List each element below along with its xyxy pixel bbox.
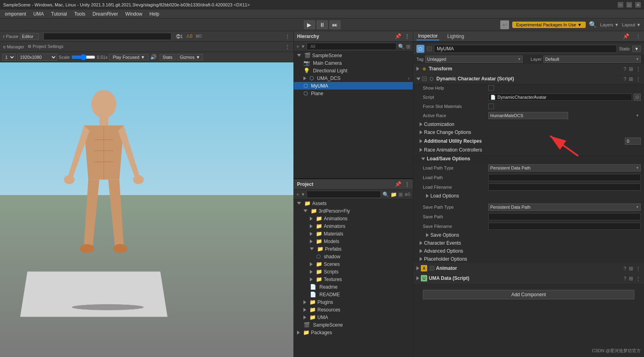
force-slot-checkbox[interactable] — [488, 104, 494, 109]
stats-button[interactable]: Stats — [160, 54, 175, 60]
animator-more-icon[interactable]: ⋮ — [636, 265, 641, 271]
active-race-select-wrap[interactable]: HumanMaleDCS — [488, 112, 641, 119]
uma-data-more-icon[interactable]: ⋮ — [636, 275, 641, 281]
save-path-input[interactable] — [488, 213, 641, 220]
uma-data-config-icon[interactable]: ⊞ — [629, 275, 633, 281]
transform-header[interactable]: ⊕ Transform ? ⊞ ⋮ — [413, 64, 644, 74]
project-folder-icon[interactable]: 📁 — [390, 191, 397, 197]
hierarchy-item-directionallight[interactable]: 💡 Directional Light — [294, 67, 413, 74]
hierarchy-item-umadcs[interactable]: ⬡ UMA_DCS › — [294, 74, 413, 82]
project-item-assets[interactable]: 📁 Assets — [294, 199, 413, 207]
project-item-scripts[interactable]: 📁 Scripts — [294, 268, 413, 275]
race-animation-section[interactable]: Race Animation Controllers — [413, 146, 644, 154]
animator-enabled-checkbox[interactable] — [430, 266, 434, 271]
save-options-section[interactable]: Save Options — [413, 231, 644, 239]
save-path-type-select[interactable]: Persistent Data Path — [488, 203, 641, 211]
project-item-models[interactable]: 📁 Models — [294, 237, 413, 245]
minimize-button[interactable]: ─ — [618, 2, 623, 8]
transform-more-icon[interactable]: ⋮ — [636, 66, 641, 72]
static-dropdown[interactable]: ▼ — [632, 46, 641, 52]
save-filename-input[interactable] — [488, 223, 641, 230]
project-item-shadow[interactable]: ⬡ shadow — [294, 253, 413, 260]
hierarchy-item-maincamera[interactable]: 📷 Main Camera — [294, 59, 413, 67]
project-item-prefabs[interactable]: 📁 Prefabs — [294, 245, 413, 253]
project-search-icon[interactable]: 🔍 — [382, 191, 389, 197]
menu-uma[interactable]: UMA — [30, 10, 47, 18]
load-path-type-select[interactable]: Persistent Data Path — [488, 164, 641, 172]
project-item-samplescene-file[interactable]: 🎬 SampleScene — [294, 321, 413, 329]
resolution-select[interactable]: 1920x1080 — [17, 54, 57, 61]
more-icon[interactable]: ⋮ — [285, 33, 290, 40]
load-path-input[interactable] — [488, 174, 641, 181]
project-item-readme[interactable]: 📄 Readme — [294, 283, 413, 291]
hierarchy-search-bar[interactable] — [44, 33, 171, 40]
project-item-scenes[interactable]: 📁 Scenes — [294, 260, 413, 268]
character-events-section[interactable]: Character Events — [413, 239, 644, 247]
animator-help-icon[interactable]: ? — [624, 265, 626, 271]
hierarchy-add-arrow[interactable]: ▼ — [301, 44, 305, 49]
show-help-checkbox[interactable] — [488, 85, 494, 91]
utility-recipes-count[interactable] — [625, 138, 641, 145]
tag-select-wrap[interactable]: Untagged — [425, 56, 523, 63]
project-cols-icon[interactable]: ⊞ — [398, 191, 403, 197]
scale-slider[interactable] — [71, 54, 95, 60]
pause-button[interactable]: ⏸ — [317, 20, 328, 29]
settings-more-icon[interactable]: ⋮ — [285, 44, 290, 50]
menu-component[interactable]: omponent — [2, 10, 29, 18]
gizmos-button[interactable]: Gizmos ▼ — [177, 54, 203, 60]
project-item-plugins[interactable]: 📁 Plugins — [294, 298, 413, 306]
dca-enabled-checkbox[interactable] — [422, 76, 427, 81]
volume-icon[interactable]: 🔊 — [150, 54, 157, 60]
hierarchy-more-icon[interactable]: ⋮ — [404, 33, 410, 39]
tab-lighting[interactable]: Lighting — [446, 33, 466, 40]
menu-dreamriver[interactable]: DreamRiver — [89, 10, 121, 18]
play-focused-button[interactable]: Play Focused ▼ — [109, 54, 149, 60]
project-search-input[interactable] — [307, 191, 380, 198]
project-pin-icon[interactable]: 📌 — [395, 181, 401, 187]
step-button[interactable]: ⏭ — [329, 20, 341, 29]
project-item-animators[interactable]: 📁 Animators — [294, 222, 413, 230]
project-add-arrow[interactable]: ▼ — [301, 192, 305, 197]
search-icon[interactable]: 🔍 — [589, 21, 597, 28]
project-item-textures[interactable]: 📁 Textures — [294, 275, 413, 283]
menu-help[interactable]: Help — [146, 10, 162, 18]
experimental-packages-label[interactable]: Experimental Packages In Use ▼ — [512, 22, 586, 28]
project-item-animations[interactable]: 📁 Animations — [294, 215, 413, 222]
hierarchy-search-input[interactable] — [307, 43, 396, 50]
dca-more-icon[interactable]: ⋮ — [636, 76, 641, 82]
add-component-button[interactable]: Add Component — [423, 290, 634, 299]
inspector-pin-icon[interactable]: 📌 — [623, 33, 629, 39]
project-item-packages[interactable]: 📁 Packages — [294, 329, 413, 336]
project-item-README[interactable]: 📄 README — [294, 291, 413, 298]
object-name-input[interactable] — [434, 45, 617, 53]
play-button[interactable]: ▶ — [304, 20, 315, 29]
hierarchy-expand-icon[interactable]: ⊞ — [406, 44, 410, 50]
hierarchy-search-icon[interactable]: 🔍 — [398, 44, 404, 50]
load-save-header[interactable]: Load/Save Options — [413, 154, 644, 163]
layers-label[interactable]: Layers ▼ — [600, 22, 619, 27]
hierarchy-pin-icon[interactable]: 📌 — [395, 33, 401, 39]
load-options-section[interactable]: Load Options — [413, 192, 644, 200]
race-change-section[interactable]: Race Change Options — [413, 128, 644, 136]
project-item-materials[interactable]: 📁 Materials — [294, 230, 413, 237]
layer-select[interactable]: Default — [543, 56, 641, 63]
menu-tools[interactable]: Tools — [71, 10, 89, 18]
placeholder-options-section[interactable]: Placeholder Options — [413, 255, 644, 263]
menu-tutorial[interactable]: Tutorial — [48, 10, 70, 18]
advanced-options-section[interactable]: Advanced Options — [413, 247, 644, 255]
hierarchy-add-icon[interactable]: + — [296, 44, 299, 50]
uma-data-help-icon[interactable]: ? — [624, 275, 626, 281]
project-item-resources[interactable]: 📁 Resources — [294, 306, 413, 313]
project-add-icon[interactable]: + — [296, 191, 299, 197]
animator-header[interactable]: A Animator ? ⊞ ⋮ — [413, 263, 644, 273]
menu-window[interactable]: Window — [122, 10, 146, 18]
hierarchy-item-plane[interactable]: ⬡ Plane — [294, 90, 413, 97]
project-item-3rdperson[interactable]: 📁 3rdPerson+Fly — [294, 207, 413, 215]
inspector-more-icon[interactable]: ⋮ — [636, 33, 641, 39]
history-button[interactable]: ↩ — [500, 20, 509, 29]
project-more-icon[interactable]: ⋮ — [404, 181, 410, 187]
layout-label[interactable]: Layout ▼ — [622, 22, 641, 27]
dca-header[interactable]: ⬡ Dynamic Character Avatar (Script) ? ⊞ … — [413, 74, 644, 84]
transform-config-icon[interactable]: ⊞ — [629, 66, 633, 72]
maximize-button[interactable]: □ — [626, 2, 632, 8]
